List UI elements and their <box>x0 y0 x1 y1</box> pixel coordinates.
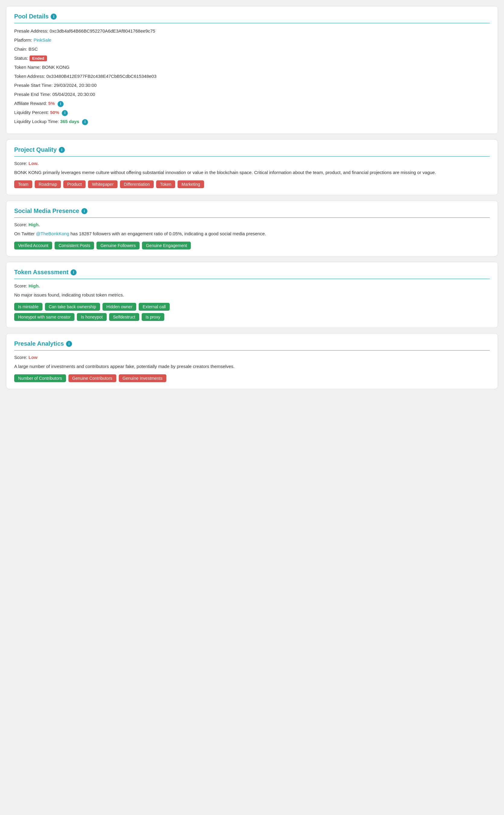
token-assessment-tag: Is honeypot <box>77 313 106 321</box>
token-assessment-tags-row2: Honeypot with same creatorIs honeypotSel… <box>14 313 490 321</box>
project-quality-tag: Differentiation <box>120 180 154 188</box>
project-quality-score-value: Low. <box>29 161 39 166</box>
liquidity-lockup-value: 365 days <box>60 119 79 124</box>
liquidity-percent-info-icon[interactable]: i <box>62 110 68 116</box>
token-assessment-divider <box>14 279 490 279</box>
project-quality-tag: Roadmap <box>35 180 61 188</box>
social-media-card: Social Media Presence i Score: High. On … <box>6 201 498 256</box>
token-assessment-score-row: Score: High. <box>14 283 490 288</box>
token-assessment-tags-row1: Is mintableCan take back ownershipHidden… <box>14 303 490 311</box>
token-assessment-tag: Hidden owner <box>102 303 136 311</box>
token-name-text: Token Name: BONK KONG <box>14 65 69 70</box>
project-quality-card: Project Quality i Score: Low. BONK KONG … <box>6 139 498 195</box>
token-assessment-tag: Is proxy <box>142 313 164 321</box>
token-assessment-card: Token Assessment i Score: High. No major… <box>6 262 498 328</box>
presale-analytics-info-icon[interactable]: i <box>66 341 72 347</box>
project-quality-tag: Product <box>63 180 86 188</box>
social-media-tag: Genuine Followers <box>96 242 140 249</box>
pool-details-card: Pool Details i Presale Address: 0xc3db4a… <box>6 6 498 134</box>
social-desc-post: has 18287 followers with an engagement r… <box>69 231 266 236</box>
social-media-score-row: Score: High. <box>14 222 490 227</box>
presale-analytics-title: Presale Analytics i <box>14 340 490 347</box>
social-media-title: Social Media Presence i <box>14 207 490 214</box>
liquidity-lockup-info-icon[interactable]: i <box>82 119 88 125</box>
presale-analytics-tag: Genuine Investments <box>119 374 166 382</box>
project-quality-tag: Whitepaper <box>88 180 118 188</box>
token-assessment-title: Token Assessment i <box>14 269 490 276</box>
project-quality-score-label: Score: <box>14 161 29 166</box>
liquidity-percent-value: 50% <box>50 110 59 115</box>
token-address-text: Token Address: 0x33480B412E977FB2c438E47… <box>14 74 156 79</box>
presale-analytics-title-text: Presale Analytics <box>14 340 64 347</box>
pool-details-info-icon[interactable]: i <box>51 14 57 20</box>
token-assessment-tag: Is mintable <box>14 303 43 311</box>
presale-start-text: Presale Start Time: 29/03/2024, 20:30:00 <box>14 83 97 88</box>
social-media-tags: Verified AccountConsistent PostsGenuine … <box>14 242 490 249</box>
token-assessment-tag: Can take back ownership <box>45 303 100 311</box>
token-assessment-info-icon[interactable]: i <box>71 269 77 275</box>
project-quality-title-text: Project Quality <box>14 146 57 153</box>
presale-address-row: Presale Address: 0xc3db4af64B66BC952270A… <box>14 27 490 35</box>
platform-link[interactable]: PinkSale <box>33 37 51 43</box>
affiliate-value: 5% <box>48 101 55 106</box>
social-media-title-text: Social Media Presence <box>14 207 79 214</box>
project-quality-description: BONK KONG primarily leverages meme cultu… <box>14 169 490 176</box>
presale-end-row: Presale End Time: 05/04/2024, 20:30:00 <box>14 91 490 98</box>
project-quality-tags: TeamRoadmapProductWhitepaperDifferentiat… <box>14 180 490 188</box>
presale-analytics-score-value: Low <box>29 355 38 360</box>
project-quality-title: Project Quality i <box>14 146 490 153</box>
liquidity-lockup-row: Liquidity Lockup Time: 365 days i <box>14 118 490 125</box>
liquidity-percent-row: Liquidity Percent: 50% i <box>14 109 490 116</box>
pool-details-title: Pool Details i <box>14 13 490 20</box>
token-assessment-tag: Honeypot with same creator <box>14 313 74 321</box>
project-quality-tag: Token <box>156 180 175 188</box>
presale-analytics-divider <box>14 350 490 350</box>
affiliate-reward-row: Affiliate Reward: 5% i <box>14 100 490 107</box>
chain-row: Chain: BSC <box>14 46 490 53</box>
presale-analytics-score-row: Score: Low <box>14 355 490 360</box>
presale-analytics-tag: Number of Contributors <box>14 374 66 382</box>
project-quality-info-icon[interactable]: i <box>59 147 65 153</box>
presale-start-row: Presale Start Time: 29/03/2024, 20:30:00 <box>14 82 490 89</box>
token-assessment-description: No major issues found, indicating robust… <box>14 291 490 298</box>
platform-row: Platform: PinkSale <box>14 36 490 44</box>
token-assessment-title-text: Token Assessment <box>14 269 68 276</box>
social-desc-pre: On Twitter <box>14 231 36 236</box>
pool-details-title-text: Pool Details <box>14 13 49 20</box>
pool-details-divider <box>14 23 490 23</box>
social-media-divider <box>14 217 490 218</box>
social-media-tag: Genuine Engagement <box>142 242 191 249</box>
social-media-tag: Consistent Posts <box>55 242 94 249</box>
social-media-score-label: Score: <box>14 222 29 227</box>
social-media-description: On Twitter @TheBonkKong has 18287 follow… <box>14 230 490 237</box>
project-quality-tag: Team <box>14 180 32 188</box>
twitter-handle-link[interactable]: @TheBonkKong <box>36 231 69 236</box>
social-media-score-value: High. <box>29 222 40 227</box>
token-assessment-score-label: Score: <box>14 283 29 288</box>
presale-analytics-tags: Number of ContributorsGenuine Contributo… <box>14 374 490 382</box>
project-quality-score-row: Score: Low. <box>14 161 490 166</box>
token-assessment-score-value: High. <box>29 283 40 288</box>
presale-analytics-tag: Genuine Contributors <box>68 374 116 382</box>
social-media-tag: Verified Account <box>14 242 52 249</box>
status-label: Status: <box>14 55 30 61</box>
status-badge: Ended <box>30 55 47 61</box>
token-assessment-tag: Selfdestruct <box>109 313 139 321</box>
platform-label: Platform: <box>14 37 33 43</box>
presale-address-text: Presale Address: 0xc3db4af64B66BC952270A… <box>14 28 155 33</box>
presale-analytics-description: A large number of investments and contri… <box>14 363 490 370</box>
affiliate-info-icon[interactable]: i <box>58 101 64 107</box>
token-name-row: Token Name: BONK KONG <box>14 64 490 71</box>
project-quality-tag: Marketing <box>178 180 204 188</box>
token-assessment-tag: External call <box>139 303 169 311</box>
presale-end-text: Presale End Time: 05/04/2024, 20:30:00 <box>14 92 95 97</box>
liquidity-lockup-label: Liquidity Lockup Time: <box>14 119 60 124</box>
chain-text: Chain: BSC <box>14 46 38 52</box>
liquidity-percent-label: Liquidity Percent: <box>14 110 50 115</box>
token-address-row: Token Address: 0x33480B412E977FB2c438E47… <box>14 73 490 80</box>
affiliate-label: Affiliate Reward: <box>14 101 48 106</box>
social-media-info-icon[interactable]: i <box>81 208 87 214</box>
presale-analytics-score-label: Score: <box>14 355 29 360</box>
presale-analytics-card: Presale Analytics i Score: Low A large n… <box>6 333 498 389</box>
status-row: Status: Ended <box>14 55 490 62</box>
